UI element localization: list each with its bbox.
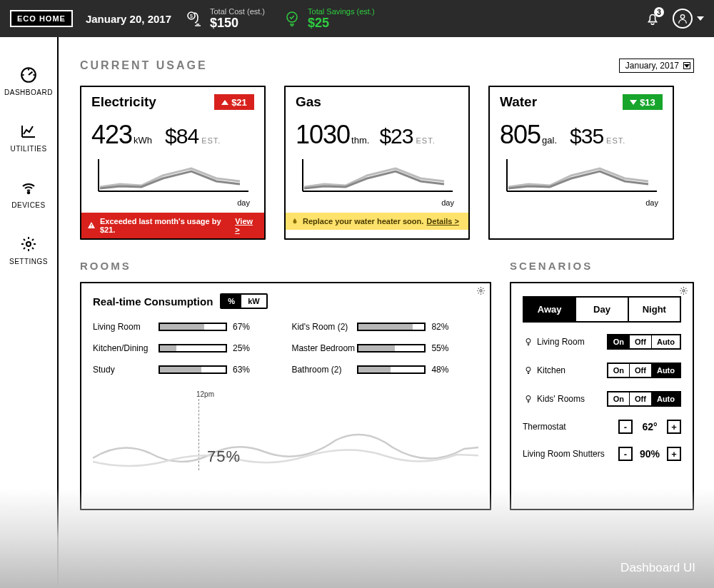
seg-on[interactable]: On: [608, 335, 630, 348]
bulb-icon: [523, 365, 534, 375]
flame-icon: [291, 217, 298, 225]
shutters-label: Living Room Shutters: [523, 449, 618, 459]
toggle-percent[interactable]: %: [221, 295, 241, 308]
usage-amount: 423: [91, 120, 132, 150]
room-value: 48%: [431, 365, 448, 375]
shutters-stepper[interactable]: - 90% +: [618, 447, 681, 461]
card-title: Electricity: [91, 94, 156, 110]
sidebar-item-dashboard[interactable]: DASHBOARD: [0, 59, 57, 115]
toggle-kw[interactable]: kW: [241, 295, 266, 308]
usage-bar: [159, 344, 227, 353]
svg-point-11: [526, 339, 531, 343]
sidebar-item-devices[interactable]: DEVICES: [0, 171, 57, 228]
svg-rect-7: [91, 224, 92, 226]
unit-toggle[interactable]: % kW: [220, 293, 267, 309]
mode-segmented[interactable]: On Off Auto: [607, 391, 681, 407]
scenarios-panel: Away Day Night Living Room On Off Auto K…: [510, 282, 694, 510]
sidebar-item-settings[interactable]: SETTINGS: [0, 228, 57, 284]
room-name: Kitchen/Dining: [93, 343, 159, 353]
seg-auto[interactable]: Auto: [652, 335, 680, 348]
sidebar-item-utilities[interactable]: UTILITIES: [0, 115, 57, 171]
delta-value: $21: [231, 97, 247, 108]
water-card: Water $13 805 gal. $35 EST. day: [488, 86, 674, 240]
shutters-increment[interactable]: +: [667, 447, 681, 461]
notifications-button[interactable]: 3: [643, 9, 663, 29]
timeline-value: 75%: [207, 447, 241, 466]
total-cost-metric: $ Total Cost (est.) $150: [184, 7, 265, 31]
room-row: Kid's Room (2) 82%: [291, 322, 468, 332]
usage-bar: [357, 323, 426, 331]
room-row: Kitchen/Dining 25%: [93, 343, 270, 353]
alert-exceeded: Exceeded last month's usage by $21. View…: [81, 213, 264, 238]
user-menu[interactable]: [673, 9, 693, 29]
thermostat-label: Thermostat: [523, 422, 618, 432]
chevron-down-icon: [683, 62, 690, 69]
tab-away[interactable]: Away: [524, 298, 576, 321]
scenario-row: Living Room On Off Auto: [523, 334, 681, 350]
sidebar: DASHBOARD UTILITIES DEVICES SETTINGS: [0, 37, 59, 588]
panel-settings-button[interactable]: [476, 286, 486, 295]
room-name: Living Room: [93, 322, 159, 332]
scenario-tabs[interactable]: Away Day Night: [523, 296, 681, 323]
room-row: Study 63%: [93, 365, 270, 375]
svg-rect-8: [91, 227, 92, 228]
thermostat-stepper[interactable]: - 62° +: [618, 420, 681, 434]
alert-link[interactable]: Details >: [426, 217, 459, 225]
savings-icon: [282, 9, 302, 29]
tab-night[interactable]: Night: [629, 298, 680, 321]
savings-label: Total Savings (est.): [308, 7, 375, 16]
cost-icon: $: [184, 9, 204, 29]
total-savings-metric: Total Savings (est.) $25: [282, 7, 375, 31]
alert-text: Replace your water heater soon.: [303, 217, 423, 225]
mode-segmented[interactable]: On Off Auto: [607, 334, 681, 350]
scenario-name: Kitchen: [537, 365, 607, 375]
scenarios-title: SCENARIOS: [510, 260, 694, 272]
shutters-row: Living Room Shutters - 90% +: [523, 447, 681, 461]
cost-amount: $35: [570, 124, 603, 148]
usage-bar: [159, 365, 227, 374]
room-name: Kid's Room (2): [291, 322, 357, 332]
scenario-row: Kitchen On Off Auto: [523, 363, 681, 378]
usage-bar: [357, 344, 426, 353]
room-name: Bathroom (2): [291, 365, 357, 375]
month-selector[interactable]: January, 2017: [619, 59, 694, 73]
room-row: Master Bedroom 55%: [291, 343, 468, 353]
svg-point-9: [480, 290, 482, 292]
alert-link[interactable]: View >: [235, 217, 258, 234]
rooms-panel: Real-time Consumption % kW Living Room 6…: [80, 282, 491, 510]
seg-on[interactable]: On: [608, 364, 630, 377]
thermostat-row: Thermostat - 62° +: [523, 420, 681, 434]
seg-off[interactable]: Off: [630, 364, 652, 377]
svg-point-6: [26, 242, 31, 246]
mode-segmented[interactable]: On Off Auto: [607, 363, 681, 378]
notification-badge: 3: [654, 7, 664, 17]
axis-label: day: [91, 198, 254, 207]
timeline-chart: 12pm 75%: [93, 390, 478, 483]
seg-on[interactable]: On: [608, 392, 630, 405]
panel-settings-button[interactable]: [679, 286, 688, 295]
axis-label: day: [500, 198, 663, 207]
room-row: Bathroom (2) 48%: [291, 365, 468, 375]
seg-auto[interactable]: Auto: [652, 364, 680, 377]
seg-off[interactable]: Off: [630, 335, 652, 348]
seg-off[interactable]: Off: [630, 392, 652, 405]
room-value: 25%: [233, 343, 250, 353]
thermostat-increment[interactable]: +: [667, 420, 681, 434]
thermostat-decrement[interactable]: -: [618, 420, 633, 434]
card-sparkline: day: [296, 156, 458, 207]
gear-icon: [19, 235, 38, 253]
shutters-decrement[interactable]: -: [618, 447, 633, 461]
rooms-title: ROOMS: [80, 260, 491, 272]
scenario-name: Kids' Rooms: [537, 394, 607, 404]
sidebar-item-label: SETTINGS: [9, 258, 48, 265]
seg-auto[interactable]: Auto: [652, 392, 680, 405]
user-menu-caret-icon[interactable]: [697, 16, 704, 21]
tab-day[interactable]: Day: [576, 298, 628, 321]
room-value: 67%: [233, 322, 250, 332]
top-bar: ECO HOME January 20, 2017 $ Total Cost (…: [0, 0, 714, 37]
bulb-icon: [523, 394, 534, 404]
warning-icon: [87, 221, 96, 230]
scenario-row: Kids' Rooms On Off Auto: [523, 391, 681, 407]
cost-value: $150: [210, 16, 265, 31]
delta-badge-down: $13: [623, 94, 663, 110]
